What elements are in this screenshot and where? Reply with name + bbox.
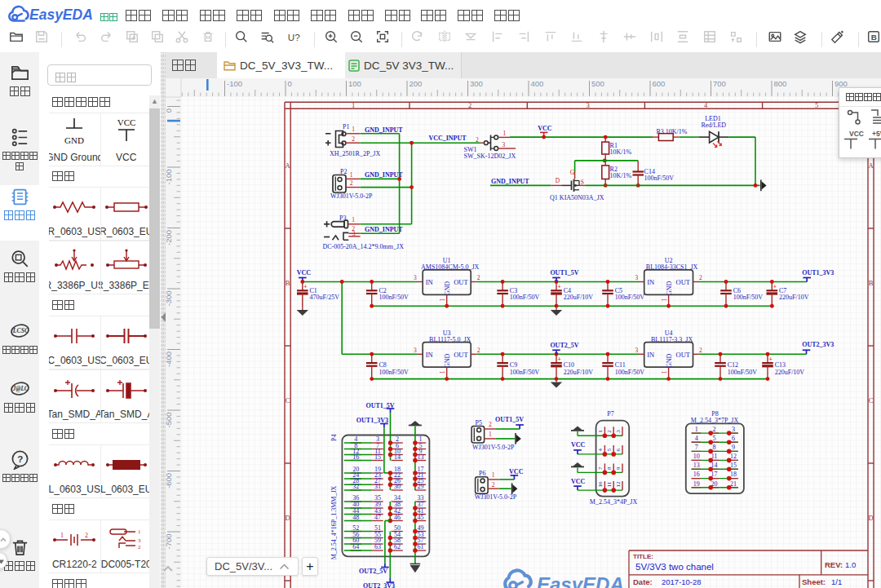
- svg-text:13: 13: [693, 462, 700, 469]
- svg-text:Date:: Date:: [633, 577, 653, 586]
- svg-text:1/1: 1/1: [831, 577, 842, 586]
- svg-text:+: +: [558, 356, 561, 363]
- svg-text:OUT1_5V: OUT1_5V: [550, 269, 578, 276]
- svg-text:OUT2_5V: OUT2_5V: [550, 342, 578, 349]
- svg-text:3: 3: [502, 141, 505, 148]
- svg-text:J@LC: J@LC: [11, 386, 28, 392]
- svg-text:BL1117-3.3_JX: BL1117-3.3_JX: [651, 336, 693, 343]
- svg-text:48: 48: [352, 514, 359, 521]
- svg-text:2017-10-28: 2017-10-28: [662, 577, 702, 586]
- svg-text:1.0: 1.0: [845, 560, 856, 569]
- svg-text:800: 800: [774, 79, 787, 88]
- svg-text:13: 13: [417, 453, 423, 461]
- svg-text:P5: P5: [476, 419, 482, 427]
- svg-text:GND_INPUT: GND_INPUT: [365, 171, 403, 179]
- svg-text:2: 2: [477, 274, 480, 281]
- svg-text:1: 1: [350, 171, 353, 179]
- svg-text:100nF/50V: 100nF/50V: [510, 294, 540, 301]
- svg-text:+: +: [769, 356, 773, 363]
- svg-text:3: 3: [615, 430, 622, 433]
- svg-text:REV:: REV:: [825, 560, 843, 569]
- svg-text:S: S: [581, 179, 584, 186]
- svg-text:VCC: VCC: [538, 125, 552, 132]
- svg-text:15: 15: [374, 453, 381, 461]
- svg-text:EasyEDA: EasyEDA: [29, 7, 93, 23]
- svg-text:WJ301V-5.0-2P: WJ301V-5.0-2P: [330, 192, 373, 200]
- svg-text:G: G: [570, 169, 575, 176]
- svg-text:18: 18: [730, 471, 737, 478]
- svg-text:21: 21: [730, 480, 737, 488]
- svg-text:GND: GND: [666, 353, 673, 368]
- svg-text:SW_SK-12D02_JX: SW_SK-12D02_JX: [464, 153, 516, 160]
- svg-text:D: D: [556, 177, 560, 184]
- svg-text:100nF/50V: 100nF/50V: [615, 294, 645, 301]
- svg-text:D: D: [286, 514, 290, 522]
- svg-text:100nF/50V: 100nF/50V: [644, 175, 675, 182]
- svg-text:VCC: VCC: [571, 478, 586, 485]
- svg-text:VCC: VCC: [571, 441, 586, 449]
- svg-text:16: 16: [693, 471, 700, 478]
- svg-text:3: 3: [732, 426, 735, 433]
- svg-text:-600: -600: [166, 473, 173, 489]
- svg-text:0: 0: [288, 79, 292, 88]
- svg-text:P4: P4: [330, 435, 338, 441]
- svg-text:OUT2_5V: OUT2_5V: [359, 568, 387, 575]
- svg-text:9: 9: [732, 444, 735, 451]
- svg-text:4: 4: [695, 435, 698, 442]
- svg-text:D: D: [868, 514, 873, 522]
- svg-text:C: C: [869, 396, 874, 405]
- svg-text:47: 47: [374, 514, 381, 521]
- svg-text:29: 29: [417, 483, 423, 490]
- svg-text:45: 45: [417, 514, 423, 521]
- svg-text:P2: P2: [340, 168, 347, 175]
- svg-text:+: +: [303, 283, 307, 290]
- svg-text:16: 16: [352, 453, 359, 461]
- svg-text:VCC: VCC: [849, 130, 864, 138]
- svg-text:-100: -100: [227, 79, 242, 88]
- svg-text:220uF/10V: 220uF/10V: [775, 369, 805, 376]
- svg-text:64: 64: [352, 543, 359, 550]
- svg-text:200: 200: [410, 79, 423, 88]
- svg-text:-100: -100: [166, 170, 173, 185]
- svg-text:19: 19: [693, 480, 700, 488]
- svg-text:62: 62: [394, 543, 401, 550]
- svg-text:XH_2501R_2P_JX: XH_2501R_2P_JX: [330, 150, 380, 157]
- svg-text:B: B: [286, 279, 290, 287]
- svg-text:2: 2: [492, 481, 495, 489]
- svg-text:9: 9: [615, 466, 622, 470]
- svg-text:3: 3: [635, 274, 638, 281]
- svg-text:2: 2: [699, 347, 702, 354]
- svg-text:1: 1: [138, 528, 141, 535]
- svg-text:500: 500: [591, 79, 604, 88]
- svg-text:WJ301V-5.0-2P: WJ301V-5.0-2P: [475, 493, 517, 501]
- svg-text:31: 31: [374, 483, 381, 490]
- svg-text:100nF/50V: 100nF/50V: [379, 294, 409, 301]
- svg-text:100: 100: [348, 79, 361, 88]
- svg-text:2: 2: [477, 347, 480, 354]
- svg-text:1: 1: [439, 370, 446, 374]
- svg-text:4: 4: [597, 448, 604, 451]
- svg-text:300: 300: [470, 79, 483, 88]
- svg-text:5V/3V3 two chanel: 5V/3V3 two chanel: [635, 562, 714, 572]
- svg-text:8: 8: [606, 466, 613, 470]
- svg-text:P6: P6: [479, 470, 485, 477]
- svg-text:220uF/10V: 220uF/10V: [779, 294, 809, 301]
- svg-text:DC-005-20A_14.2*9.0mm_JX: DC-005-20A_14.2*9.0mm_JX: [322, 243, 404, 250]
- svg-text:2: 2: [352, 135, 355, 143]
- svg-text:1: 1: [60, 532, 64, 539]
- svg-text:600: 600: [653, 79, 666, 88]
- svg-text:VCC: VCC: [117, 117, 135, 127]
- svg-text:M_2.54_3*4P_JX: M_2.54_3*4P_JX: [590, 498, 638, 506]
- svg-text:OUT2_3V3: OUT2_3V3: [802, 341, 834, 348]
- svg-text:2: 2: [606, 430, 613, 433]
- svg-text:BL1117-5.0_JX: BL1117-5.0_JX: [429, 336, 471, 343]
- svg-text:1: 1: [352, 216, 355, 223]
- svg-text:2: 2: [350, 179, 353, 187]
- svg-text:220uF/10V: 220uF/10V: [564, 294, 594, 301]
- svg-text:7: 7: [597, 466, 604, 470]
- svg-text:-700: -700: [166, 534, 173, 550]
- svg-text:-500: -500: [166, 413, 173, 428]
- svg-text:BL1084-33CS1_JX: BL1084-33CS1_JX: [646, 263, 698, 271]
- svg-text:A: A: [286, 161, 291, 170]
- svg-text:OUT: OUT: [454, 351, 468, 359]
